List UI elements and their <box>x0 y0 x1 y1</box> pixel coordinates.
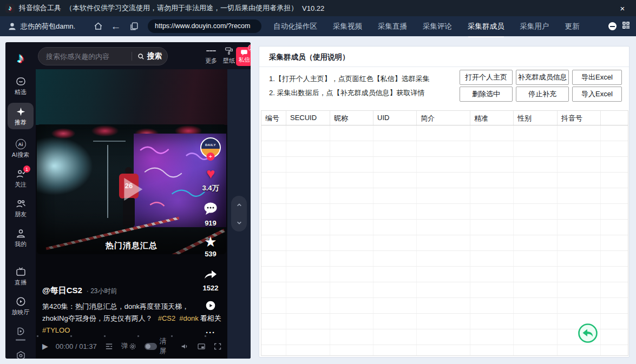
video-player[interactable]: 26 热门消息汇总 DAILY + ♥ 3.4万 <box>36 69 227 359</box>
table-row[interactable] <box>261 345 628 356</box>
play-button[interactable]: ▶ <box>42 342 48 350</box>
address-bar[interactable]: https://www.douyin.com/?recom <box>148 19 261 33</box>
chevron-down-icon[interactable] <box>235 219 244 227</box>
fill-member-info-button[interactable]: 补充群成员信息 <box>516 70 569 85</box>
sidebar-item-cinema[interactable]: 放映厅 <box>8 296 34 316</box>
author-avatar[interactable]: DAILY + <box>200 137 221 158</box>
table-row[interactable] <box>261 125 628 141</box>
comment-icon[interactable] <box>203 202 218 218</box>
search-button[interactable]: 搜索 <box>137 51 162 61</box>
sidebar-item-following[interactable]: 1 关注 <box>8 168 34 189</box>
title-bar: ♪ 抖音综合工具 （本软件仅供学习交流使用，请勿用于非法用途，一切后果由使用者承… <box>0 0 636 16</box>
table-cell <box>601 267 628 282</box>
messages-button[interactable]: 21 私信 <box>236 47 251 66</box>
account-info[interactable]: 悲伤的荷包damn. <box>8 22 92 31</box>
favorite-star-icon[interactable]: ★ <box>204 235 217 249</box>
copy-pages-icon[interactable] <box>128 21 140 32</box>
table-row[interactable] <box>261 267 628 282</box>
table-row[interactable] <box>261 220 628 235</box>
delete-selected-button[interactable]: 删除选中 <box>460 87 513 102</box>
volume-icon[interactable] <box>180 342 189 351</box>
open-profile-button[interactable]: 打开个人主页 <box>460 70 513 85</box>
home-icon[interactable] <box>92 21 104 32</box>
table-row[interactable] <box>261 235 628 251</box>
minimize-icon[interactable] <box>608 22 617 30</box>
column-header[interactable]: 编号 <box>261 111 286 125</box>
sidebar-item-creator[interactable] <box>8 350 34 359</box>
table-row[interactable] <box>261 298 628 314</box>
chevron-up-icon[interactable] <box>235 201 244 209</box>
search-icon <box>137 52 145 61</box>
tab-collect-group-members[interactable]: 采集群成员 <box>468 19 504 34</box>
sidebar-item-mini-app[interactable] <box>8 326 34 341</box>
column-header[interactable]: SECUID <box>286 111 330 125</box>
sidebar-item-live[interactable]: 直播 <box>8 266 34 287</box>
search-input[interactable] <box>46 52 127 61</box>
column-header[interactable]: UID <box>373 111 417 125</box>
table-cell <box>514 188 558 203</box>
tab-collect-users[interactable]: 采集用户 <box>520 19 549 34</box>
green-back-button[interactable] <box>578 323 598 343</box>
sidebar-item-recommend[interactable]: 推荐 <box>8 103 34 129</box>
column-header[interactable]: 性别 <box>514 111 558 125</box>
table-cell <box>417 251 470 266</box>
tab-update[interactable]: 更新 <box>565 19 580 34</box>
table-cell <box>286 298 330 313</box>
tab-automation[interactable]: 自动化操作区 <box>273 19 317 34</box>
import-excel-button[interactable]: 导入Excel <box>572 87 622 102</box>
playlist-icon[interactable] <box>104 342 114 351</box>
pip-icon[interactable] <box>197 342 206 351</box>
table-cell <box>601 173 628 188</box>
table-row[interactable] <box>261 141 628 157</box>
table-cell <box>470 204 514 219</box>
table-cell <box>601 157 628 172</box>
hashtag[interactable]: #TYLOO <box>42 326 70 334</box>
fullscreen-icon[interactable] <box>213 342 222 351</box>
column-header[interactable]: 简介 <box>417 111 470 125</box>
table-cell <box>330 329 373 345</box>
close-icon[interactable]: × <box>617 2 628 14</box>
table-cell <box>514 141 558 156</box>
hashtag[interactable]: #CS2 <box>158 314 176 322</box>
table-row[interactable] <box>261 157 628 173</box>
table-cell <box>330 298 373 313</box>
sidebar-item-profile[interactable]: 我的 <box>8 228 34 248</box>
table-row[interactable] <box>261 329 628 345</box>
column-header[interactable]: 抖音号 <box>558 111 601 125</box>
sidebar-item-featured[interactable]: 精选 <box>8 76 34 96</box>
sidebar-item-friends[interactable]: 朋友 <box>8 198 34 219</box>
sidebar-item-ai-search[interactable]: Ai AI搜索 <box>8 138 34 159</box>
table-cell <box>470 220 514 235</box>
table-row[interactable] <box>261 251 628 267</box>
danmaku-icon[interactable]: 弹 <box>121 341 128 351</box>
share-icon[interactable] <box>203 267 218 283</box>
tab-collect-videos[interactable]: 采集视频 <box>333 19 362 34</box>
hashtag[interactable]: #donk <box>179 314 198 322</box>
table-cell <box>261 282 286 297</box>
table-cell <box>558 188 601 203</box>
table-row[interactable] <box>261 173 628 188</box>
play-overlay-icon[interactable] <box>124 178 142 201</box>
table-row[interactable] <box>261 314 628 329</box>
stop-fill-button[interactable]: 停止补充 <box>516 87 569 102</box>
like-heart-icon[interactable]: ♥ <box>206 166 215 182</box>
column-header[interactable]: 精准 <box>470 111 514 125</box>
table-cell <box>286 125 330 141</box>
settings-gear-icon[interactable] <box>128 342 137 351</box>
back-icon[interactable]: ← <box>110 21 122 32</box>
tab-collect-comments[interactable]: 采集评论 <box>423 19 452 34</box>
qr-code-icon[interactable] <box>621 21 631 32</box>
table-cell <box>558 267 601 282</box>
author-name[interactable]: @每日CS2 <box>42 286 82 296</box>
clear-screen-toggle[interactable]: 清屏 <box>145 336 173 356</box>
sidebar-item-label: 推荐 <box>15 118 27 127</box>
table-row[interactable] <box>261 204 628 220</box>
column-header[interactable]: 昵称 <box>330 111 373 125</box>
table-cell <box>558 345 601 356</box>
export-excel-button[interactable]: 导出Excel <box>572 70 622 85</box>
table-row[interactable] <box>261 282 628 298</box>
featured-smiley-icon <box>15 76 27 87</box>
follow-plus-icon[interactable]: + <box>207 153 215 161</box>
table-row[interactable] <box>261 188 628 204</box>
tab-collect-live[interactable]: 采集直播 <box>378 19 407 34</box>
